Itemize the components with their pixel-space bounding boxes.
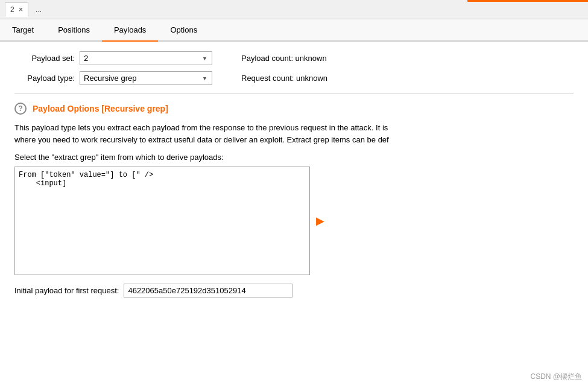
title-bar: 2 × ... [0, 0, 588, 19]
tab-options[interactable]: Options [158, 19, 209, 40]
arrow-button[interactable]: ▶ [316, 214, 324, 227]
initial-payload-row: Initial payload for first request: [14, 284, 574, 297]
payload-set-label: Payload set: [14, 54, 75, 63]
help-icon[interactable]: ? [14, 103, 27, 115]
payload-set-row: Payload set: 2 1 Payload count: unknown [14, 51, 574, 65]
payload-set-select-wrapper[interactable]: 2 1 [80, 51, 212, 65]
payload-type-select-wrapper[interactable]: Recursive grep Simple list Runtime file … [80, 71, 212, 85]
initial-payload-input[interactable] [124, 284, 292, 297]
section-description: This payload type lets you extract each … [14, 122, 574, 145]
payload-type-label: Payload type: [14, 74, 75, 83]
nav-tabs: Target Positions Payloads Options [0, 19, 588, 42]
payload-type-row: Payload type: Recursive grep Simple list… [14, 71, 574, 85]
divider [14, 94, 574, 94]
main-content: Payload set: 2 1 Payload count: unknown … [0, 42, 588, 307]
section-title: Payload Options [Recursive grep] [33, 104, 168, 113]
initial-payload-label: Initial payload for first request: [14, 286, 119, 295]
title-tab-2[interactable]: 2 × [5, 2, 28, 17]
title-tab-dots[interactable]: ... [36, 5, 42, 14]
tab-positions[interactable]: Positions [46, 19, 102, 40]
payload-type-select[interactable]: Recursive grep Simple list Runtime file … [80, 71, 212, 85]
payload-count-label: Payload count: unknown [241, 54, 327, 63]
grep-textarea[interactable]: From ["token" value="] to [" /> <input] [14, 167, 310, 275]
tab-target[interactable]: Target [0, 19, 46, 40]
tab-number: 2 [10, 5, 14, 14]
section-header: ? Payload Options [Recursive grep] [14, 103, 574, 115]
tab-payloads[interactable]: Payloads [102, 19, 158, 40]
grep-textarea-container: From ["token" value="] to [" /> <input] … [14, 167, 324, 275]
watermark: CSDN @摆烂鱼 [530, 372, 582, 382]
close-icon[interactable]: × [19, 5, 23, 14]
payload-set-select[interactable]: 2 1 [80, 51, 212, 65]
request-count-label: Request count: unknown [241, 74, 327, 83]
grep-select-label: Select the "extract grep" item from whic… [14, 153, 574, 162]
